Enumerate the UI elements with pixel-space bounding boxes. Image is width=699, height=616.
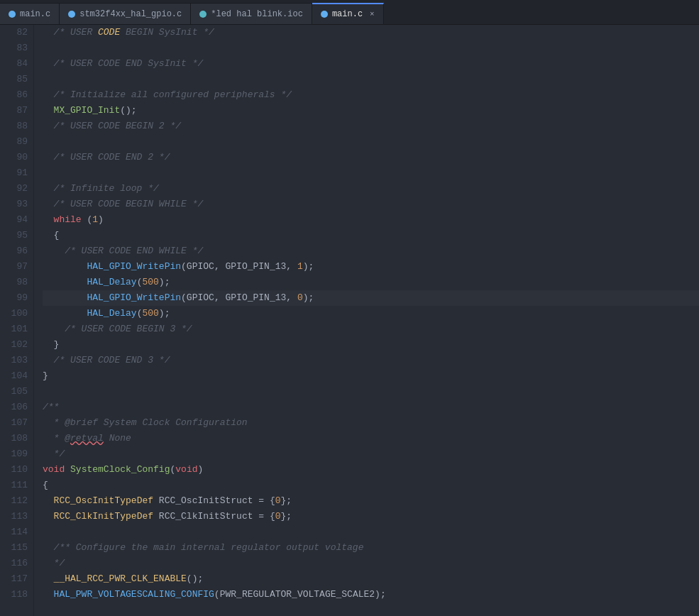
code-line: while (1) (43, 212, 699, 228)
code-line: /** Configure the main internal regulato… (43, 540, 699, 556)
code-line: /** (43, 400, 699, 415)
code-line: /* USER CODE BEGIN SysInit */ (43, 25, 699, 40)
line-numbers: 82 83 84 85 86 87 88 89 90 91 92 93 94 9… (0, 25, 34, 616)
code-line: /* USER CODE END 3 */ (43, 353, 699, 368)
code-line (43, 524, 699, 540)
code-line: HAL_PWR_VOLTAGESCALING_CONFIG(PWR_REGULA… (43, 587, 699, 603)
code-line: /* USER CODE BEGIN WHILE */ (43, 197, 699, 212)
code-line: { (43, 228, 699, 243)
code-line: /* Initialize all configured peripherals… (43, 87, 699, 103)
tab-icon (321, 11, 328, 18)
tab-icon (9, 11, 16, 18)
code-line: * @brief System Clock Configuration (43, 415, 699, 431)
tab-icon (68, 11, 75, 18)
code-line: HAL_Delay(500); (43, 275, 699, 290)
code-line: HAL_Delay(500); (43, 306, 699, 321)
code-line: /* USER CODE END WHILE */ (43, 243, 699, 259)
code-line: * @retval None (43, 431, 699, 446)
code-line: RCC_OscInitTypeDef RCC_OscInitStruct = {… (43, 493, 699, 509)
code-line-highlighted: HAL_GPIO_WritePin(GPIOC, GPIO_PIN_13, 0)… (43, 290, 699, 306)
code-line: */ (43, 446, 699, 462)
tab-icon (199, 11, 207, 18)
code-line: /* USER CODE BEGIN 2 */ (43, 119, 699, 134)
tab-label: main.c (20, 9, 50, 19)
code-line (43, 134, 699, 150)
code-line: /* USER CODE END 2 */ (43, 150, 699, 165)
tab-label: *led hal blink.ioc (211, 9, 303, 19)
tab-bar: main.c stm32f4xx_hal_gpio.c *led hal bli… (0, 0, 699, 25)
code-line: /* Infinite loop */ (43, 181, 699, 197)
code-line: */ (43, 556, 699, 571)
code-content[interactable]: /* USER CODE BEGIN SysInit */ /* USER CO… (34, 25, 699, 616)
tab-label: stm32f4xx_hal_gpio.c (79, 9, 182, 19)
code-line: } (43, 337, 699, 353)
code-line: MX_GPIO_Init(); (43, 103, 699, 119)
tab-label: main.c (332, 9, 363, 19)
tab-main-c-1[interactable]: main.c (0, 3, 60, 24)
code-line (43, 40, 699, 56)
code-editor[interactable]: 82 83 84 85 86 87 88 89 90 91 92 93 94 9… (0, 25, 699, 616)
code-line: } (43, 368, 699, 384)
code-line (43, 384, 699, 400)
code-line: /* USER CODE END SysInit */ (43, 56, 699, 72)
tab-led-ioc[interactable]: *led hal blink.ioc (191, 3, 312, 24)
code-line: RCC_ClkInitTypeDef RCC_ClkInitStruct = {… (43, 509, 699, 524)
code-line: { (43, 478, 699, 493)
code-line: HAL_GPIO_WritePin(GPIOC, GPIO_PIN_13, 1)… (43, 259, 699, 275)
code-line (43, 72, 699, 87)
code-line: /* USER CODE BEGIN 3 */ (43, 321, 699, 337)
code-line: void SystemClock_Config(void) (43, 462, 699, 478)
tab-main-c-active[interactable]: main.c × (312, 3, 384, 24)
tab-close-button[interactable]: × (370, 10, 375, 18)
tab-hal-gpio[interactable]: stm32f4xx_hal_gpio.c (60, 3, 191, 24)
code-line: __HAL_RCC_PWR_CLK_ENABLE(); (43, 571, 699, 587)
code-line (43, 165, 699, 181)
